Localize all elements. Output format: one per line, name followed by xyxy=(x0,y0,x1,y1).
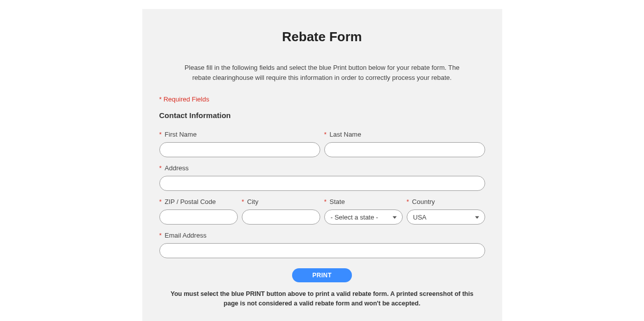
field-zip: * ZIP / Postal Code xyxy=(159,198,238,225)
label-state: * State xyxy=(324,198,403,205)
footer-note: You must select the blue PRINT button ab… xyxy=(164,289,480,308)
required-asterisk: * xyxy=(159,131,162,138)
select-state[interactable]: - Select a state - xyxy=(324,209,403,225)
label-text-address: Address xyxy=(165,164,189,172)
label-text-city: City xyxy=(247,198,258,205)
label-address: * Address xyxy=(159,164,485,172)
field-email: * Email Address xyxy=(159,232,485,258)
input-city[interactable] xyxy=(242,209,320,225)
label-country: * Country xyxy=(407,198,485,205)
select-country[interactable]: USA xyxy=(407,209,485,225)
print-button-wrap: PRINT xyxy=(159,268,485,282)
label-text-zip: ZIP / Postal Code xyxy=(165,198,216,205)
label-last-name: * Last Name xyxy=(324,131,485,138)
required-asterisk: * xyxy=(324,131,327,138)
field-address: * Address xyxy=(159,164,485,191)
row-email: * Email Address xyxy=(159,232,485,258)
label-city: * City xyxy=(242,198,320,205)
required-asterisk: * xyxy=(159,232,162,239)
row-address: * Address xyxy=(159,164,485,191)
select-wrap-state: - Select a state - xyxy=(324,209,403,225)
label-text-state: State xyxy=(330,198,345,205)
field-last-name: * Last Name xyxy=(324,131,485,157)
row-name: * First Name * Last Name xyxy=(159,131,485,157)
input-first-name[interactable] xyxy=(159,142,320,157)
input-zip[interactable] xyxy=(159,209,238,225)
label-zip: * ZIP / Postal Code xyxy=(159,198,238,205)
input-address[interactable] xyxy=(159,176,485,191)
label-text-last-name: Last Name xyxy=(330,131,361,138)
input-email[interactable] xyxy=(159,243,485,258)
label-text-country: Country xyxy=(412,198,435,205)
required-fields-note: * Required Fields xyxy=(159,95,485,103)
intro-text: Please fill in the following fields and … xyxy=(185,63,460,82)
required-asterisk: * xyxy=(159,198,162,205)
label-email: * Email Address xyxy=(159,232,485,239)
label-text-email: Email Address xyxy=(165,232,207,239)
print-button[interactable]: PRINT xyxy=(292,268,352,282)
required-asterisk: * xyxy=(242,198,244,205)
section-heading-contact: Contact Information xyxy=(159,111,485,120)
label-first-name: * First Name xyxy=(159,131,320,138)
label-text-first-name: First Name xyxy=(165,131,197,138)
required-asterisk: * xyxy=(159,164,162,172)
page-title: Rebate Form xyxy=(159,29,485,45)
field-state: * State - Select a state - xyxy=(324,198,403,225)
select-wrap-country: USA xyxy=(407,209,485,225)
rebate-form-container: Rebate Form Please fill in the following… xyxy=(142,9,502,321)
field-country: * Country USA xyxy=(407,198,485,225)
required-asterisk: * xyxy=(407,198,409,205)
required-asterisk: * xyxy=(324,198,327,205)
field-city: * City xyxy=(242,198,320,225)
row-location: * ZIP / Postal Code * City * State - Sel… xyxy=(159,198,485,225)
input-last-name[interactable] xyxy=(324,142,485,157)
field-first-name: * First Name xyxy=(159,131,320,157)
